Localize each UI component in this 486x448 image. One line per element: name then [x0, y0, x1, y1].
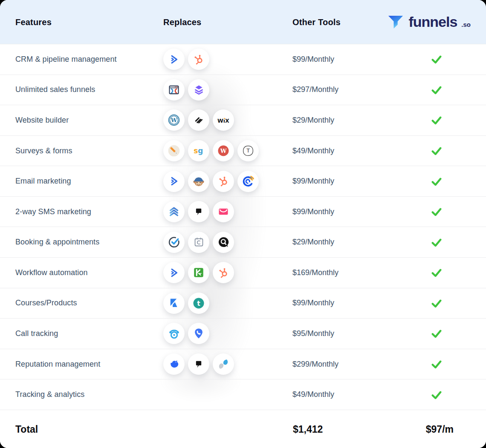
constant-contact-icon [237, 171, 259, 192]
other-tools-price: $99/Monthly [292, 177, 334, 185]
svg-text:WıX: WıX [217, 117, 229, 123]
other-tools-price-cell: $99/Monthly [292, 55, 401, 64]
hubspot-icon [213, 171, 234, 192]
feature-row: CRM & pipeline management$99/Monthly [0, 44, 486, 75]
funnels-included-cell [401, 83, 486, 96]
other-tools-price: $299/Monthly [292, 360, 338, 368]
hubspot-icon [188, 49, 209, 70]
feature-row: Email marketing$99/Monthly [0, 166, 486, 196]
replaces-cell [163, 171, 292, 192]
feature-cell: Booking & appointments [0, 238, 163, 247]
other-tools-price-cell: $99/Monthly [292, 207, 401, 216]
replaces-cell [163, 201, 292, 222]
feature-cell: Surveys & forms [0, 146, 163, 155]
funnels-included-cell [401, 297, 486, 310]
feature-cell: Call tracking [0, 329, 163, 338]
replaces-cell: t [163, 293, 292, 314]
funnels-included-cell [401, 358, 486, 370]
funnels-included-cell [401, 266, 486, 279]
activecampaign-icon [163, 171, 185, 192]
reputation-swirl-icon [213, 353, 234, 375]
phone-pin-icon [188, 323, 209, 344]
feature-row: Unlimited sales funnels$297/Monthly [0, 75, 486, 105]
replaces-cell [163, 323, 292, 344]
leadpages-icon [188, 79, 209, 101]
other-tools-price: $49/Monthly [292, 390, 334, 399]
booking-check-icon [163, 232, 185, 253]
included-check-icon [430, 83, 443, 96]
included-check-icon [430, 175, 443, 188]
total-row: Total $1,412 $97/m [0, 410, 486, 448]
other-tools-price: $29/Monthly [292, 116, 334, 124]
booking-q-icon [213, 232, 234, 253]
activecampaign-icon [163, 262, 185, 283]
wufoo-icon: W [213, 140, 234, 161]
total-label: Total [15, 423, 38, 435]
feature-row: Courses/Productst$99/Monthly [0, 288, 486, 319]
other-tools-price-cell: $49/Monthly [292, 146, 401, 155]
pricing-comparison-table: Features Replaces Other Tools funnels .s… [0, 0, 486, 448]
podium-icon [188, 201, 209, 222]
replaces-cell: WWıX [163, 109, 292, 131]
table-header: Features Replaces Other Tools funnels .s… [0, 0, 486, 44]
feature-cell: Workflow automation [0, 268, 163, 277]
funnels-included-cell [401, 388, 486, 401]
keap-icon [188, 262, 209, 283]
feature-label: Tracking & analytics [15, 390, 84, 399]
other-tools-price-cell: $297/Monthly [292, 85, 401, 94]
feature-cell: Website builder [0, 116, 163, 125]
feature-row: Surveys & formssgWT$49/Monthly [0, 135, 486, 166]
feature-cell: Tracking & analytics [0, 390, 163, 399]
replaces-cell [163, 353, 292, 375]
funnels-total-price: $97/m [426, 423, 454, 435]
svg-text:g: g [198, 146, 203, 155]
feature-row: Reputation management$299/Monthly [0, 349, 486, 379]
svg-text:s: s [194, 146, 198, 155]
other-tools-price: $99/Monthly [292, 55, 334, 63]
other-tools-price-cell: $29/Monthly [292, 116, 401, 125]
other-tools-price-cell: $169/Monthly [292, 268, 401, 277]
feature-label: Workflow automation [15, 268, 88, 277]
sms-chevrons-icon [163, 201, 185, 222]
clickfunnels-icon [163, 79, 185, 101]
other-tools-price-cell: $99/Monthly [292, 299, 401, 307]
replaces-cell [163, 49, 292, 70]
feature-row: Website builderWWıX$29/Monthly [0, 105, 486, 135]
feature-label: Call tracking [15, 329, 58, 338]
typeform-icon: T [237, 140, 259, 161]
included-check-icon [430, 236, 443, 249]
feature-cell: 2-way SMS marketing [0, 207, 163, 216]
brand-name: funnels [408, 14, 457, 30]
funnels-included-cell [401, 114, 486, 126]
feature-label: Surveys & forms [15, 146, 72, 155]
feature-label: Unlimited sales funnels [15, 85, 95, 94]
replaces-cell [163, 232, 292, 253]
replaces-cell [163, 79, 292, 101]
feature-label: Reputation management [15, 360, 100, 368]
hubspot-icon [213, 262, 234, 283]
feature-row: Tracking & analytics$49/Monthly [0, 379, 486, 410]
svg-text:T: T [246, 148, 250, 154]
included-check-icon [430, 358, 443, 370]
other-tools-price-cell: $49/Monthly [292, 390, 401, 399]
included-check-icon [430, 205, 443, 218]
feature-label: Website builder [15, 116, 69, 124]
feature-cell: Unlimited sales funnels [0, 85, 163, 94]
feature-label: Courses/Products [15, 299, 77, 307]
feature-row: 2-way SMS marketing$99/Monthly [0, 196, 486, 227]
mailchimp-icon [188, 171, 209, 192]
feature-label: Booking & appointments [15, 238, 99, 246]
feature-row: Workflow automation$169/Monthly [0, 257, 486, 288]
other-tools-price-cell: $99/Monthly [292, 177, 401, 186]
surveygizmo-icon: sg [188, 140, 209, 161]
funnels-included-cell [401, 53, 486, 66]
feature-label: Email marketing [15, 177, 71, 185]
feature-cell: Reputation management [0, 360, 163, 369]
squarespace-icon [188, 109, 209, 131]
feature-label: 2-way SMS marketing [15, 207, 91, 216]
funnels-included-cell [401, 144, 486, 157]
funnels-logo: funnels .so [387, 13, 471, 31]
other-tools-price: $99/Monthly [292, 207, 334, 216]
funnels-included-cell [401, 236, 486, 249]
other-tools-price: $99/Monthly [292, 299, 334, 307]
